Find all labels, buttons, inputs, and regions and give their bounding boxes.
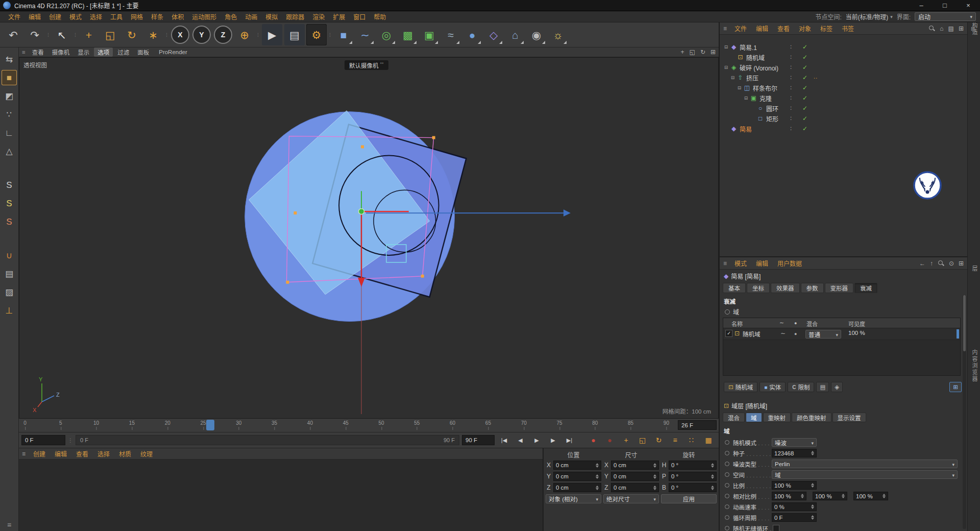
tab-display-settings[interactable]: 显示设置 [832, 413, 866, 422]
enabled-check-icon[interactable] [802, 115, 807, 122]
frame-range-slider[interactable]: 0 F 90 F [76, 435, 459, 445]
prorender-menu-item[interactable]: ProRender [154, 49, 192, 56]
current-frame-field[interactable]: 26 F [678, 420, 717, 430]
autokeying-button[interactable]: ● [603, 435, 617, 446]
menu-item[interactable]: 查看 [72, 448, 92, 459]
model-mode-button[interactable]: ■ [2, 70, 17, 85]
menu-item[interactable]: 创建 [29, 448, 50, 459]
field-folder-button[interactable]: ▤ [816, 382, 829, 392]
menu-item[interactable]: 模式 [730, 258, 751, 269]
end-frame-input[interactable]: 90 F [462, 435, 495, 445]
scale-tool-button[interactable]: ◱ [100, 24, 120, 45]
add-limit-field-button[interactable]: 限制 [788, 382, 814, 392]
menu-item[interactable]: 纹理 [136, 448, 157, 459]
size-mode-select[interactable]: 绝对尺寸 [603, 494, 659, 503]
record-position-button[interactable]: + [619, 435, 633, 446]
object-name[interactable]: 克隆 [758, 94, 772, 103]
go-to-end-button[interactable]: ▶| [562, 435, 576, 446]
add-spline-button[interactable]: ∼ [355, 24, 375, 45]
expand-toggle-icon[interactable] [736, 85, 743, 90]
blend-column-header[interactable]: 混合 [806, 320, 818, 328]
visibility-column-header[interactable]: 可见度 [848, 320, 865, 328]
keyframe-dot-icon[interactable] [725, 462, 729, 466]
menu-item[interactable]: 网格 [127, 11, 147, 22]
viewport-hamburger-icon[interactable] [22, 49, 26, 55]
radio-icon[interactable] [725, 309, 730, 315]
toolbar-separator[interactable] [164, 24, 169, 45]
visibility-dots-toggle[interactable] [790, 84, 792, 91]
menu-item[interactable]: 书签 [838, 23, 858, 34]
noise-type-select[interactable]: Perlin [772, 460, 958, 468]
record-parameters-button[interactable]: ≡ [668, 435, 682, 446]
frame-input[interactable]: 0 F [21, 435, 65, 445]
undo-button[interactable]: ↶ [3, 24, 23, 45]
add-camera-button[interactable]: ◉ [526, 24, 547, 45]
object-name[interactable]: 圆环 [765, 104, 778, 113]
points-mode-button[interactable]: ∵ [2, 107, 17, 122]
keyframe-dot-icon[interactable] [725, 451, 729, 455]
tab-field[interactable]: 域 [746, 413, 762, 422]
timeline-playhead[interactable] [206, 420, 214, 430]
visibility-value[interactable]: 100 % [848, 330, 865, 336]
visibility-dots-toggle[interactable] [790, 64, 792, 71]
toolbar-separator[interactable] [256, 24, 260, 45]
add-mograph-cloner-button[interactable]: ▣ [419, 24, 439, 45]
field-link-button[interactable]: ⊞ [949, 382, 962, 392]
texture-mode-button[interactable]: ◩ [2, 88, 17, 104]
menu-item[interactable]: 体积 [167, 11, 188, 22]
menu-item[interactable]: 动画 [241, 11, 261, 22]
quantize-button[interactable]: ▤ [2, 266, 17, 281]
menu-item[interactable]: 编辑 [752, 23, 772, 34]
menu-item[interactable]: 选择 [93, 448, 114, 459]
visibility-dots-toggle[interactable] [790, 125, 792, 132]
live-selection-button[interactable]: ↖ [52, 24, 72, 45]
object-name[interactable]: 简易 [738, 125, 752, 133]
param-checkbox[interactable] [773, 525, 779, 531]
falloff-curve-icon[interactable] [780, 330, 786, 337]
interface-select[interactable]: 启动 [915, 12, 976, 21]
visibility-dots-toggle[interactable] [790, 74, 792, 81]
object-row[interactable]: ▣ 克隆 [720, 93, 967, 103]
modeling-settings-button[interactable]: ▨ [2, 284, 17, 300]
object-name[interactable]: 破碎 (Voronoi) [738, 63, 778, 72]
keyframe-dot-icon[interactable] [725, 494, 729, 498]
bookmark-icon[interactable] [948, 25, 954, 32]
view-label[interactable]: 透视视图 [23, 61, 47, 69]
add-light-button[interactable]: ☼ [548, 24, 568, 45]
seed-input[interactable]: 123468 [772, 449, 817, 457]
visibility-dots-toggle[interactable] [790, 54, 792, 61]
add-array-generator-button[interactable]: ▩ [398, 24, 418, 45]
lock-z-axis-button[interactable]: Z [214, 26, 232, 44]
menu-item[interactable]: 帮助 [370, 11, 390, 22]
workplane-button[interactable]: ⊥ [2, 303, 17, 318]
divider-handle[interactable]: ⋮ [68, 438, 73, 443]
menu-item[interactable]: 选择 [86, 11, 106, 22]
apply-button[interactable]: 应用 [661, 494, 717, 503]
visibility-dots-toggle[interactable] [790, 105, 792, 112]
menu-item[interactable]: 编辑 [51, 448, 71, 459]
move-tool-button[interactable]: + [79, 24, 99, 45]
attribute-hamburger-icon[interactable] [723, 260, 727, 267]
lock-y-axis-button[interactable]: Y [192, 26, 211, 44]
object-row[interactable]: ◆ 简易.1 [720, 42, 967, 52]
keyframe-dot-icon[interactable] [725, 504, 729, 509]
keyframe-dot-icon[interactable] [725, 515, 729, 520]
search-icon[interactable] [928, 25, 935, 32]
menu-item[interactable]: 工具 [106, 11, 127, 22]
maximize-button[interactable]: □ [933, 0, 957, 11]
object-name[interactable]: 随机域 [745, 53, 765, 62]
blend-mode-select[interactable]: 普通 [805, 330, 841, 339]
object-row[interactable]: ◈ 破碎 (Voronoi) [720, 62, 967, 73]
field-radio-row[interactable]: 域 [725, 307, 739, 316]
tab-blending[interactable]: 混合 [723, 413, 745, 422]
keyframe-dot-icon[interactable] [725, 472, 729, 477]
keyframe-dot-icon[interactable] [725, 526, 729, 530]
tab-color-remap[interactable]: 颜色重映射 [792, 413, 831, 422]
zoom-view-icon[interactable] [690, 49, 695, 56]
menu-item[interactable]: 对象 [795, 23, 815, 34]
next-frame-button[interactable]: ▶ [546, 435, 560, 446]
space-select[interactable]: 域 [772, 470, 958, 479]
object-row[interactable]: □ 矩形 [720, 113, 967, 124]
viewport-menu-item[interactable]: 查看 [29, 47, 47, 57]
dock-tab[interactable]: 构造 [970, 22, 978, 36]
